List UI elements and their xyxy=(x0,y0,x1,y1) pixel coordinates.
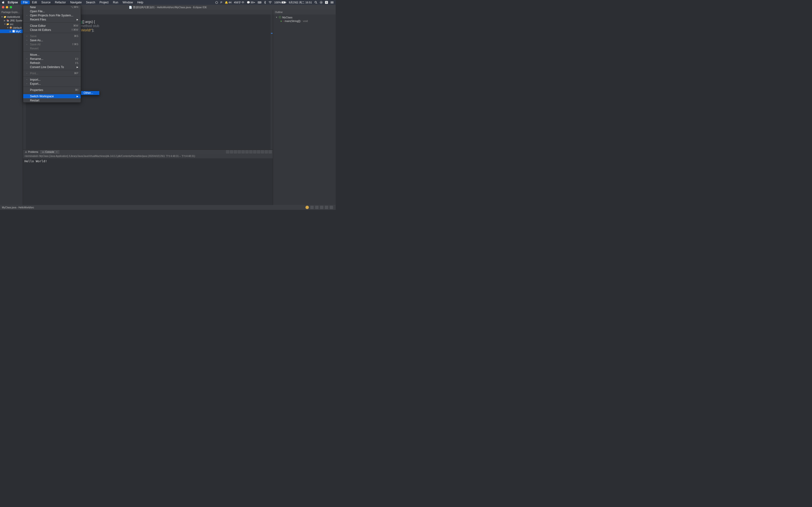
java-file-icon: 🅹 xyxy=(12,30,15,33)
file-menu-import[interactable]: ▫Import... xyxy=(23,77,81,81)
file-menu-close-editor[interactable]: Close Editor⌘W xyxy=(23,24,81,28)
new-console-icon[interactable] xyxy=(261,150,264,154)
tree-package[interactable]: ▼📦(default xyxy=(0,26,23,30)
notification-icon[interactable]: 🔔44 xyxy=(225,1,232,4)
tree-jre[interactable]: ▶📚JRE Syste xyxy=(0,18,23,22)
file-menu-open-projects-from-file-system[interactable]: ▫Open Projects from File System... xyxy=(23,13,81,17)
save-all-icon: ▫ xyxy=(25,43,29,46)
submenu-other[interactable]: Other... xyxy=(81,91,99,95)
file-menu-rename[interactable]: ▫Rename...F2 xyxy=(23,57,81,61)
outline-method[interactable]: ● s main(String[]) : void xyxy=(274,19,334,23)
tree-file[interactable]: ▶🅹MyC xyxy=(0,30,23,33)
file-menu-save-as[interactable]: ▫Save As... xyxy=(23,38,81,42)
wifi-icon[interactable] xyxy=(268,1,272,4)
outline-class[interactable]: ▼ Ⓒ MyClass xyxy=(274,15,334,19)
svg-line-6 xyxy=(316,3,317,4)
open-console-icon[interactable] xyxy=(257,150,260,154)
menu-source[interactable]: Source xyxy=(39,0,53,4)
file-menu-revert: Revert xyxy=(23,46,81,50)
pin-console-icon[interactable] xyxy=(249,150,253,154)
print-icon: ▫ xyxy=(25,72,29,75)
file-menu-properties[interactable]: Properties⌘I xyxy=(23,88,81,92)
keyboard-icon[interactable]: ⌨ xyxy=(258,1,261,4)
problems-tab[interactable]: ⚠Problems xyxy=(23,150,40,154)
package-icon: 📦 xyxy=(9,26,12,29)
scroll-lock-icon[interactable] xyxy=(242,150,245,154)
sb-icon-4[interactable] xyxy=(325,206,328,209)
file-menu-open-file[interactable]: Open File... xyxy=(23,9,81,13)
file-menu-recent-files[interactable]: Recent Files▶ xyxy=(23,17,81,21)
sb-icon-3[interactable] xyxy=(320,206,323,209)
word-wrap-icon[interactable] xyxy=(245,150,249,154)
status-circle-icon[interactable] xyxy=(215,1,218,4)
statusbar: MyClass.java - HelloWorld/src xyxy=(0,205,336,210)
file-menu-save-all: ▫Save All⇧⌘S xyxy=(23,42,81,46)
menu-project[interactable]: Project xyxy=(97,0,111,4)
svg-text:S: S xyxy=(326,1,327,4)
file-menu-switch-workspace[interactable]: Switch Workspace▶ xyxy=(23,94,81,98)
battery-status[interactable]: 100% xyxy=(274,1,286,4)
status-p[interactable]: P xyxy=(220,1,222,4)
chevron-right-icon: ▶ xyxy=(77,18,78,21)
tree-src[interactable]: ▼📂src xyxy=(0,22,23,26)
close-tab-icon[interactable]: × xyxy=(56,151,57,153)
overview-ruler[interactable] xyxy=(270,14,273,150)
save-icon: ▫ xyxy=(25,35,29,38)
menu-run[interactable]: Run xyxy=(111,0,120,4)
spotlight-icon[interactable] xyxy=(314,1,317,4)
menu-help[interactable]: Help xyxy=(135,0,146,4)
close-window-icon[interactable] xyxy=(2,6,4,8)
ime-status[interactable]: 456字 中 xyxy=(234,1,244,4)
file-menu-convert-line-delimiters-to[interactable]: Convert Line Delimiters To▶ xyxy=(23,65,81,69)
sb-tip-icon[interactable] xyxy=(305,206,309,209)
remove-launch-icon[interactable] xyxy=(230,150,233,154)
method-icon: ● xyxy=(280,19,282,22)
maximize-window-icon[interactable] xyxy=(10,6,12,8)
outline-tab[interactable]: Outline xyxy=(273,10,336,14)
menu-refactor[interactable]: Refactor xyxy=(53,0,68,4)
control-center-icon[interactable] xyxy=(331,1,334,4)
console-tab[interactable]: ▭Console× xyxy=(40,150,59,154)
terminate-icon[interactable] xyxy=(226,150,230,154)
svg-point-8 xyxy=(321,2,322,3)
menu-window[interactable]: Window xyxy=(120,0,135,4)
file-menu-export[interactable]: ▫Export... xyxy=(23,81,81,86)
export-icon: ▫ xyxy=(25,82,29,86)
wechat-icon[interactable]: 💬99+ xyxy=(247,1,255,4)
bluetooth-icon[interactable] xyxy=(264,1,266,4)
app-name: Eclipse xyxy=(8,1,18,4)
console-output[interactable]: Hello World! xyxy=(23,158,273,164)
sb-icon-1[interactable] xyxy=(310,206,314,209)
maximize-view-icon[interactable] xyxy=(268,150,272,154)
sb-icon-2[interactable] xyxy=(315,206,318,209)
import-icon: ▫ xyxy=(25,78,29,81)
chevron-right-icon: ▶ xyxy=(77,66,78,68)
menu-file[interactable]: File xyxy=(21,0,30,4)
file-menu-close-all-editors[interactable]: Close All Editors⇧⌘W xyxy=(23,28,81,32)
file-menu-refresh[interactable]: ▫RefreshF5 xyxy=(23,61,81,65)
apple-icon[interactable] xyxy=(2,1,5,4)
class-icon: Ⓒ xyxy=(278,15,281,19)
minimize-view-icon[interactable] xyxy=(265,150,268,154)
remove-all-icon[interactable] xyxy=(234,150,237,154)
sb-icon-5[interactable] xyxy=(329,206,333,209)
tree-project[interactable]: ▼📁HelloWorld xyxy=(0,15,23,18)
clear-console-icon[interactable] xyxy=(238,150,241,154)
display-console-icon[interactable] xyxy=(253,150,256,154)
siri-icon[interactable] xyxy=(320,1,323,4)
menu-search[interactable]: Search xyxy=(84,0,97,4)
file-menu-restart[interactable]: Restart xyxy=(23,98,81,102)
problems-icon: ⚠ xyxy=(25,151,27,153)
minimize-window-icon[interactable] xyxy=(6,6,8,8)
menu-navigate[interactable]: Navigate xyxy=(68,0,84,4)
switch-workspace-submenu: Other... xyxy=(81,91,100,95)
svg-rect-4 xyxy=(286,2,286,3)
datetime[interactable]: 9月29日 周二 16:51 xyxy=(289,1,312,4)
traffic-lights[interactable] xyxy=(2,6,12,8)
file-menu-move[interactable]: Move... xyxy=(23,53,81,57)
app-icon[interactable]: S xyxy=(325,1,328,4)
save-as-icon: ▫ xyxy=(25,39,29,42)
package-explorer-tab[interactable]: Package Explo... xyxy=(0,10,23,14)
menu-edit[interactable]: Edit xyxy=(30,0,39,4)
file-menu-new[interactable]: New⌥⌘N xyxy=(23,5,81,9)
